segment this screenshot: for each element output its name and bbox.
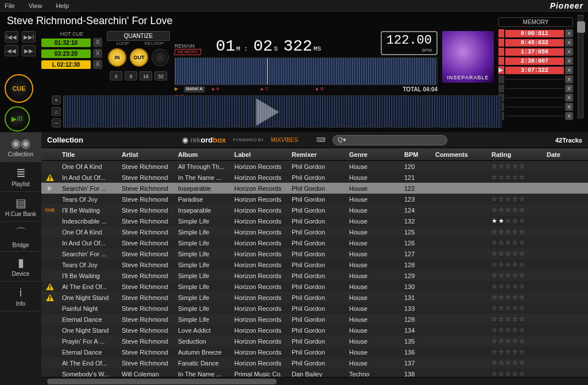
sidebar-item-collection[interactable]: ◉◉Collection: [0, 132, 41, 162]
loop-out-button[interactable]: OUT: [130, 48, 148, 67]
sidebar-item-device[interactable]: ▮Device: [0, 252, 41, 282]
memory-time-9[interactable]: [505, 116, 564, 117]
hotcue-0[interactable]: 01:32:10: [41, 38, 91, 47]
table-row[interactable]: Searchin' For ...Steve RichmondInseparab…: [41, 183, 588, 194]
column-date[interactable]: Date: [543, 151, 566, 158]
table-row[interactable]: Somebody's W...Will ColemanIn The Name .…: [41, 368, 588, 377]
cue-button[interactable]: CUE: [5, 74, 33, 103]
column-rating[interactable]: Rating: [488, 151, 543, 158]
sidebar-item-hcuebank[interactable]: ▤H.Cue Bank: [0, 192, 41, 222]
memory-time-4[interactable]: 3:07:322: [505, 67, 564, 74]
sidebar-item-info[interactable]: iInfo: [0, 282, 41, 311]
memory-clear-2[interactable]: X: [565, 48, 573, 56]
rating-stars[interactable]: ☆☆☆☆☆: [488, 337, 543, 345]
memory-cue-6[interactable]: [498, 84, 504, 93]
table-row[interactable]: Painful NightSteve RichmondSimple LifeHo…: [41, 303, 588, 314]
menu-file[interactable]: File: [5, 2, 15, 9]
table-row[interactable]: One Night StandSteve RichmondLove Addict…: [41, 325, 588, 336]
rating-stars[interactable]: ☆☆☆☆☆: [488, 184, 543, 192]
column-comments[interactable]: Comments: [432, 151, 488, 158]
table-row[interactable]: In And Out Of...Steve RichmondSimple Lif…: [41, 237, 588, 248]
rating-stars[interactable]: ☆☆☆☆☆: [488, 206, 543, 214]
rating-stars[interactable]: ☆☆☆☆☆: [488, 315, 543, 323]
table-row[interactable]: Searchin' For ...Steve RichmondSimple Li…: [41, 248, 588, 259]
column-title[interactable]: Title: [59, 151, 118, 158]
menu-help[interactable]: Help: [56, 2, 69, 9]
table-row[interactable]: Indescribable ...Steve RichmondSimple Li…: [41, 215, 588, 226]
zoom-out-button[interactable]: −: [52, 118, 61, 128]
column-headers[interactable]: TitleArtistAlbumLabelRemixerGenreBPMComm…: [41, 148, 588, 161]
rating-stars[interactable]: ☆☆☆☆☆: [488, 250, 543, 257]
memory-clear-7[interactable]: X: [565, 94, 573, 102]
table-row[interactable]: CUEI'll Be WaitingSteve RichmondInsepara…: [41, 205, 588, 215]
table-row[interactable]: Eternal DanceSteve RichmondSimple LifeHo…: [41, 314, 588, 325]
rating-stars[interactable]: ☆☆☆☆☆: [488, 272, 543, 279]
zoom-reset-button[interactable]: ⌕: [52, 107, 61, 116]
detail-waveform[interactable]: [63, 95, 502, 128]
table-row[interactable]: Tears Of JoySteve RichmondParadiseHorizo…: [41, 194, 588, 205]
column-album[interactable]: Album: [175, 151, 231, 158]
memory-time-6[interactable]: [505, 88, 564, 89]
zoom-in-button[interactable]: +: [52, 95, 61, 105]
rating-stars[interactable]: ☆☆☆☆☆: [488, 359, 543, 367]
next-track-button[interactable]: ▶▶I: [22, 31, 36, 43]
reloop-button[interactable]: [152, 49, 169, 66]
memory-cue-5[interactable]: [498, 75, 504, 83]
column-genre[interactable]: Genre: [346, 151, 401, 158]
table-row[interactable]: One Of A KindSteve RichmondAll Through T…: [41, 161, 588, 172]
table-row[interactable]: One Of A KindSteve RichmondSimple LifeHo…: [41, 226, 588, 237]
rating-stars[interactable]: ☆☆☆☆☆: [488, 326, 543, 334]
horizontal-scroll[interactable]: [41, 377, 588, 385]
rating-stars[interactable]: ☆☆☆☆☆: [488, 239, 543, 247]
table-row[interactable]: In And Out Of...Steve RichmondIn The Nam…: [41, 172, 588, 183]
memory-clear-6[interactable]: X: [565, 84, 573, 93]
table-row[interactable]: I'll Be WaitingSteve RichmondSimple Life…: [41, 270, 588, 281]
pitch-slider[interactable]: [578, 15, 583, 118]
memory-time-5[interactable]: [505, 79, 564, 80]
prev-track-button[interactable]: I◀◀: [5, 31, 18, 43]
memory-clear-9[interactable]: X: [565, 112, 573, 120]
beat-32-button[interactable]: 32: [154, 71, 167, 80]
search-input[interactable]: Q▾: [332, 135, 447, 145]
rating-stars[interactable]: ☆☆☆☆☆: [488, 294, 543, 301]
table-row[interactable]: One Night StandSteve RichmondSimple Life…: [41, 292, 588, 303]
play-pause-button[interactable]: ▶/II: [5, 106, 30, 132]
memory-time-0[interactable]: 0:00:011: [505, 30, 564, 37]
memory-time-3[interactable]: 2:36:007: [505, 57, 564, 65]
memory-clear-5[interactable]: X: [565, 75, 573, 83]
rating-stars[interactable]: ☆☆☆☆☆: [488, 174, 543, 181]
memory-time-1[interactable]: 0:45:032: [505, 39, 564, 47]
sidebar-item-playlist[interactable]: ≣Playlist: [0, 162, 41, 192]
memory-cue-3[interactable]: [498, 57, 504, 65]
rating-stars[interactable]: ☆☆☆☆☆: [488, 261, 543, 268]
hotcue-2-clear[interactable]: X: [93, 60, 102, 69]
beat-16-button[interactable]: 16: [140, 71, 152, 80]
memory-clear-8[interactable]: X: [565, 103, 573, 111]
column-bpm[interactable]: BPM: [401, 151, 432, 158]
menu-view[interactable]: View: [29, 2, 42, 9]
rating-stars[interactable]: ☆☆☆☆☆: [488, 163, 543, 170]
memory-clear-3[interactable]: X: [565, 57, 573, 65]
table-row[interactable]: Tears Of JoySteve RichmondSimple LifeHor…: [41, 259, 588, 270]
beat-8-button[interactable]: 8: [125, 71, 137, 80]
rating-stars[interactable]: ☆☆☆☆☆: [488, 305, 543, 312]
memory-clear-4[interactable]: X: [565, 66, 573, 74]
loop-in-button[interactable]: IN: [108, 48, 126, 67]
hotcue-1-clear[interactable]: X: [93, 49, 102, 58]
memory-clear-0[interactable]: X: [565, 29, 573, 37]
remain-label[interactable]: REMAIN: [175, 43, 199, 49]
bank-label[interactable]: BANK A: [184, 86, 205, 93]
hotcue-1[interactable]: 03:23:20: [41, 49, 91, 58]
beat-4-button[interactable]: 4: [110, 71, 122, 80]
rating-stars[interactable]: ★★☆☆☆: [488, 217, 543, 225]
column-label[interactable]: Label: [231, 151, 288, 158]
memory-cue-2[interactable]: [498, 48, 504, 56]
table-row[interactable]: Eternal DanceSteve RichmondAutumn Breeze…: [41, 346, 588, 357]
memory-cue-0[interactable]: [498, 29, 504, 37]
track-list[interactable]: One Of A KindSteve RichmondAll Through T…: [41, 161, 588, 377]
rating-stars[interactable]: ☆☆☆☆☆: [488, 370, 543, 377]
memory-cue-1[interactable]: [498, 38, 504, 47]
column-remixer[interactable]: Remixer: [288, 151, 346, 158]
rating-stars[interactable]: ☆☆☆☆☆: [488, 283, 543, 290]
column-artist[interactable]: Artist: [118, 151, 175, 158]
